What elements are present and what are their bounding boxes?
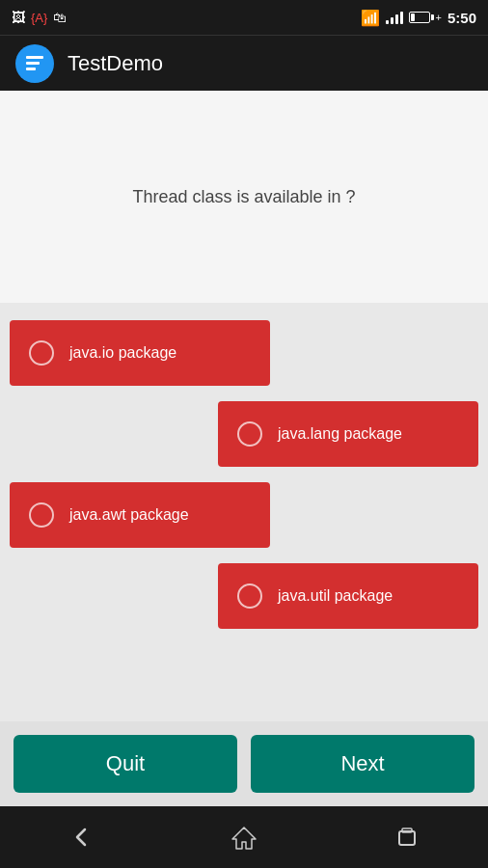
back-button[interactable] (52, 808, 110, 866)
recents-button[interactable] (378, 808, 436, 866)
status-right: 📶 + 5:50 (361, 9, 476, 27)
option-label-1: java.io package (69, 344, 176, 362)
options-area: java.io package java.lang package java.a… (0, 303, 488, 721)
option-label-3: java.awt package (69, 506, 189, 524)
wifi-icon: 📶 (361, 9, 380, 27)
svg-rect-0 (26, 56, 43, 59)
option-label-4: java.util package (278, 587, 393, 605)
option-row-1: java.io package (0, 312, 488, 393)
home-icon (230, 824, 258, 851)
signal-bar-3 (395, 14, 398, 24)
status-time: 5:50 (447, 10, 476, 26)
signal-bars (386, 11, 403, 24)
next-button[interactable]: Next (251, 735, 474, 793)
option-row-3: java.awt package (0, 475, 488, 556)
home-button[interactable] (215, 808, 273, 866)
signal-bar-4 (400, 12, 403, 24)
option-button-4[interactable]: java.util package (218, 563, 478, 629)
bag-icon: 🛍 (53, 10, 67, 25)
status-bar: 🖼 {A} 🛍 📶 + 5:50 (0, 0, 488, 35)
battery-plus: + (436, 12, 442, 23)
question-text: Thread class is available in ? (132, 184, 355, 210)
signal-bar-2 (391, 17, 393, 24)
radio-circle-4 (237, 583, 262, 609)
battery-fill (411, 14, 416, 21)
radio-circle-2 (237, 421, 262, 447)
svg-rect-1 (26, 62, 40, 65)
svg-rect-4 (399, 831, 415, 845)
option-button-1[interactable]: java.io package (10, 320, 270, 386)
bottom-nav (0, 806, 488, 868)
option-button-2[interactable]: java.lang package (218, 401, 478, 467)
battery-body (409, 12, 430, 23)
option-button-3[interactable]: java.awt package (10, 482, 270, 548)
back-icon (68, 824, 95, 851)
main-content: Thread class is available in ? java.io p… (0, 91, 488, 806)
signal-bar-1 (386, 20, 389, 24)
radio-circle-3 (29, 502, 54, 528)
battery-indicator: + (409, 12, 442, 23)
quit-button[interactable]: Quit (14, 735, 237, 793)
svg-rect-2 (26, 68, 36, 70)
recents-icon (393, 824, 420, 851)
radio-circle-1 (29, 340, 54, 366)
gallery-icon: 🖼 (12, 10, 25, 25)
svg-marker-3 (232, 827, 256, 849)
app-icon (15, 44, 54, 83)
app-title: TestDemo (68, 51, 163, 76)
option-row-4: java.util package (0, 556, 488, 637)
app-logo-icon (23, 52, 46, 75)
option-label-2: java.lang package (278, 425, 402, 443)
autotext-icon: {A} (31, 11, 47, 25)
option-row-2: java.lang package (0, 393, 488, 475)
question-area: Thread class is available in ? (0, 91, 488, 303)
action-bar: Quit Next (0, 721, 488, 806)
status-left: 🖼 {A} 🛍 (12, 10, 67, 25)
app-bar: TestDemo (0, 35, 488, 91)
